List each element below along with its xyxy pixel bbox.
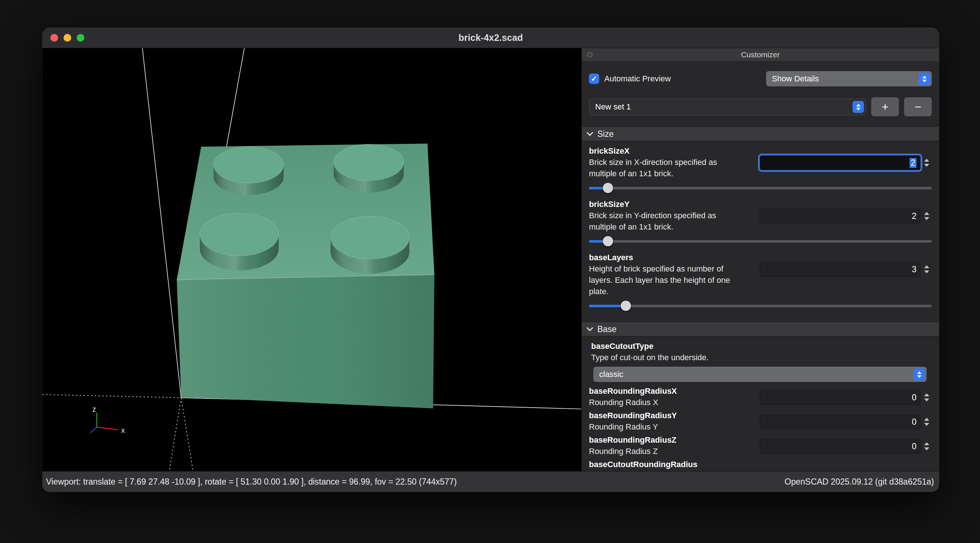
brickSizeY-input[interactable]: 2 (760, 209, 921, 223)
slider-thumb[interactable] (603, 183, 613, 193)
brickSizeY-slider[interactable] (589, 235, 932, 247)
number-control: 3 (760, 262, 932, 276)
param-baseRoundingRadiusY: baseRoundingRadiusY Rounding Radius Y 0 (589, 410, 932, 432)
slider-track[interactable] (589, 240, 932, 243)
param-description: Rounding Radius Y (589, 421, 772, 432)
stud-front-left-top (200, 213, 278, 256)
stud-back-right-top (334, 144, 404, 181)
spinner-icon[interactable] (921, 418, 932, 426)
number-control: 0 (760, 439, 932, 454)
x-axis-negative-line (42, 394, 181, 398)
section-base-label: Base (597, 324, 616, 334)
baseRoundingRadiusX-value: 0 (912, 393, 916, 403)
z-axis-negative-line (169, 398, 181, 471)
spinner-up-icon[interactable] (924, 418, 929, 421)
lego-brick-model (177, 143, 434, 408)
stud-back-left-top (213, 147, 284, 183)
z-axis-line (142, 48, 181, 398)
spinner-down-icon[interactable] (924, 164, 929, 167)
baseLayers-slider[interactable] (589, 300, 932, 312)
spinner-down-icon[interactable] (924, 423, 929, 426)
customizer-title: Customizer (741, 50, 780, 59)
number-control: 0 (760, 390, 932, 405)
brickSizeY-value: 2 (912, 211, 916, 221)
spinner-icon[interactable] (921, 442, 932, 450)
param-name: baseCutoutRoundingRadius (589, 459, 932, 470)
param-baseRoundingRadiusZ: baseRoundingRadiusZ Rounding Radius Z 0 (589, 435, 932, 457)
dropdown-stepper-icon (913, 368, 925, 381)
show-details-value: Show Details (772, 74, 819, 84)
baseRoundingRadiusY-input[interactable]: 0 (760, 414, 921, 429)
checkmark-icon: ✓ (591, 75, 597, 83)
brickSizeX-input[interactable]: 2 (760, 156, 921, 170)
baseRoundingRadiusX-input[interactable]: 0 (760, 390, 921, 405)
automatic-preview-checkbox[interactable]: ✓ (589, 74, 599, 84)
preset-combobox[interactable]: New set 1 (589, 98, 866, 115)
baseLayers-value: 3 (912, 265, 916, 275)
main-area: z x ⚙ Customizer ✓ Automatic Preview Sho… (42, 48, 939, 471)
slider-thumb[interactable] (603, 236, 613, 246)
spinner-icon[interactable] (921, 265, 932, 273)
baseCutoutType-dropdown[interactable]: classic (593, 367, 927, 382)
spinner-icon[interactable] (921, 212, 932, 220)
3d-viewport[interactable]: z x (42, 48, 581, 471)
param-description: Brick size in X-direction specified as m… (589, 157, 772, 179)
title-bar[interactable]: brick-4x2.scad (42, 28, 939, 48)
window-title: brick-4x2.scad (458, 32, 523, 43)
param-baseCutoutRoundingRadius: baseCutoutRoundingRadius (589, 459, 932, 470)
slider-track[interactable] (589, 305, 932, 307)
spinner-down-icon[interactable] (924, 270, 929, 273)
spinner-icon[interactable] (921, 394, 932, 402)
dropdown-stepper-icon (919, 73, 930, 85)
chevron-down-icon (856, 108, 861, 110)
customizer-body: ✓ Automatic Preview Show Details New set… (582, 62, 939, 471)
preset-value: New set 1 (595, 102, 631, 112)
zoom-button[interactable] (77, 34, 84, 41)
openscad-window: brick-4x2.scad (42, 28, 939, 492)
spinner-up-icon[interactable] (924, 265, 929, 268)
axis-indicator-y (91, 427, 97, 433)
number-control: 2 (760, 156, 932, 170)
baseRoundingRadiusY-value: 0 (912, 417, 916, 427)
number-control: 2 (760, 209, 932, 223)
section-size[interactable]: Size (582, 127, 939, 141)
chevron-down-icon (917, 375, 921, 378)
slider-fill (589, 305, 626, 307)
spinner-down-icon[interactable] (924, 217, 929, 220)
baseLayers-input[interactable]: 3 (760, 262, 921, 276)
spinner-icon[interactable] (921, 159, 932, 167)
section-size-label: Size (597, 129, 614, 139)
spinner-up-icon[interactable] (924, 394, 929, 396)
spinner-up-icon[interactable] (924, 159, 929, 162)
param-baseRoundingRadiusX: baseRoundingRadiusX Rounding Radius X 0 (589, 386, 932, 408)
combo-stepper-icon (853, 101, 864, 113)
viewport-status-text: Viewport: translate = [ 7.69 27.48 -10.0… (46, 477, 457, 487)
chevron-up-icon (922, 76, 927, 78)
param-description: Brick size in Y-direction specified as m… (589, 210, 772, 232)
spinner-up-icon[interactable] (924, 442, 929, 445)
spinner-down-icon[interactable] (924, 448, 929, 450)
spinner-down-icon[interactable] (924, 399, 929, 402)
axis-z-label: z (92, 405, 96, 413)
gear-icon: ⚙ (586, 51, 594, 59)
slider-thumb[interactable] (621, 301, 631, 311)
baseRoundingRadiusZ-input[interactable]: 0 (760, 439, 921, 454)
section-base[interactable]: Base (582, 322, 939, 337)
customizer-panel: ⚙ Customizer ✓ Automatic Preview Show De… (581, 48, 939, 471)
stud-front-right-top (331, 216, 409, 259)
spinner-up-icon[interactable] (924, 212, 929, 215)
section-collapse-icon (586, 324, 593, 331)
close-button[interactable] (50, 34, 58, 41)
slider-track[interactable] (589, 187, 932, 189)
remove-preset-label: − (915, 100, 921, 114)
add-preset-button[interactable]: + (871, 97, 899, 116)
show-details-dropdown[interactable]: Show Details (766, 71, 932, 86)
param-baseLayers: baseLayers Height of brick specified as … (589, 252, 932, 312)
chevron-up-icon (856, 104, 861, 106)
minimize-button[interactable] (64, 34, 71, 41)
traffic-lights (50, 28, 84, 48)
brickSizeX-slider[interactable] (589, 182, 932, 194)
preview-row: ✓ Automatic Preview Show Details (589, 71, 932, 86)
param-description: Rounding Radius X (589, 397, 772, 408)
remove-preset-button[interactable]: − (904, 97, 932, 116)
